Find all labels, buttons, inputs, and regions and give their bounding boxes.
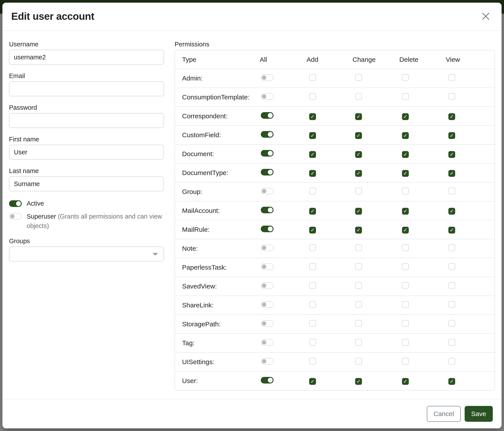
permission-add-checkbox[interactable] [309,188,316,194]
permission-add-checkbox[interactable] [309,320,316,327]
permission-change-checkbox[interactable] [355,151,362,158]
permission-all-toggle[interactable] [261,169,274,175]
permission-all-toggle[interactable] [261,207,274,213]
permission-add-checkbox[interactable] [309,74,316,81]
permission-delete-checkbox[interactable] [402,151,409,158]
permission-add-checkbox[interactable] [309,170,316,177]
permission-delete-checkbox[interactable] [402,113,409,120]
permission-change-checkbox[interactable] [355,170,362,177]
permission-delete-checkbox[interactable] [402,339,409,346]
permission-delete-checkbox[interactable] [402,301,409,308]
save-button[interactable]: Save [465,406,493,422]
permission-change-checkbox[interactable] [355,188,362,194]
permission-all-toggle[interactable] [261,93,274,100]
close-button[interactable] [480,10,492,22]
permission-add-checkbox[interactable] [309,208,316,215]
permission-change-checkbox[interactable] [355,358,362,365]
permission-delete-checkbox[interactable] [402,170,409,177]
permission-all-toggle[interactable] [261,150,274,157]
permission-view-checkbox[interactable] [448,74,455,81]
cancel-button[interactable]: Cancel [427,406,460,422]
permission-all-toggle[interactable] [261,377,274,384]
permission-delete-checkbox[interactable] [402,93,409,100]
permission-view-checkbox[interactable] [448,339,455,346]
permission-view-checkbox[interactable] [448,320,455,327]
permission-delete-checkbox[interactable] [402,378,409,385]
permission-all-toggle[interactable] [261,320,274,327]
email-field[interactable] [9,81,164,96]
permission-view-checkbox[interactable] [448,113,455,120]
permission-all-toggle[interactable] [261,263,274,270]
permission-all-toggle[interactable] [261,339,274,346]
permission-change-checkbox[interactable] [355,339,362,346]
password-field[interactable] [9,113,164,128]
permission-add-checkbox[interactable] [309,358,316,365]
email-group: Email [9,72,164,96]
permission-view-checkbox[interactable] [448,151,455,158]
permission-all-toggle[interactable] [261,131,274,138]
permission-view-checkbox[interactable] [448,170,455,177]
permission-all-toggle[interactable] [261,112,274,119]
first-name-field[interactable] [9,145,164,160]
username-input[interactable] [9,50,164,65]
permission-add-checkbox[interactable] [309,301,316,308]
permission-delete-checkbox[interactable] [402,132,409,139]
permission-type-label: User: [182,377,260,385]
permission-change-checkbox[interactable] [355,113,362,120]
permission-delete-checkbox[interactable] [402,244,409,251]
permission-view-checkbox[interactable] [448,93,455,100]
permission-delete-checkbox[interactable] [402,74,409,81]
permission-view-checkbox[interactable] [448,132,455,139]
superuser-row: Superuser (Grants all permissions and ca… [9,212,164,231]
permission-view-checkbox[interactable] [448,378,455,385]
permission-view-checkbox[interactable] [448,301,455,308]
permission-add-checkbox[interactable] [309,151,316,158]
permission-change-checkbox[interactable] [355,244,362,251]
permission-delete-checkbox[interactable] [402,188,409,194]
permission-add-checkbox[interactable] [309,227,316,233]
permission-type-label: SavedView: [182,283,260,290]
permission-add-checkbox[interactable] [309,93,316,100]
permission-change-checkbox[interactable] [355,93,362,100]
permission-add-checkbox[interactable] [309,339,316,346]
permission-change-checkbox[interactable] [355,132,362,139]
permission-add-checkbox[interactable] [309,378,316,385]
permission-change-checkbox[interactable] [355,227,362,233]
permission-change-checkbox[interactable] [355,263,362,270]
permission-view-checkbox[interactable] [448,244,455,251]
permission-add-checkbox[interactable] [309,113,316,120]
groups-select[interactable] [9,246,164,261]
permission-change-checkbox[interactable] [355,301,362,308]
superuser-toggle[interactable] [9,213,22,220]
permission-change-checkbox[interactable] [355,282,362,289]
permission-add-checkbox[interactable] [309,282,316,289]
permission-all-toggle[interactable] [261,282,274,289]
permission-change-checkbox[interactable] [355,320,362,327]
permission-delete-checkbox[interactable] [402,227,409,233]
permission-all-toggle[interactable] [261,74,274,81]
permission-delete-checkbox[interactable] [402,282,409,289]
permission-add-checkbox[interactable] [309,244,316,251]
permission-view-checkbox[interactable] [448,188,455,194]
permission-view-checkbox[interactable] [448,282,455,289]
permission-all-toggle[interactable] [261,226,274,232]
last-name-field[interactable] [9,176,164,191]
permission-view-checkbox[interactable] [448,358,455,365]
permission-delete-checkbox[interactable] [402,320,409,327]
permission-all-toggle[interactable] [261,358,274,365]
active-toggle[interactable] [9,200,22,207]
permission-delete-checkbox[interactable] [402,263,409,270]
permission-view-checkbox[interactable] [448,227,455,233]
permission-delete-checkbox[interactable] [402,358,409,365]
permission-change-checkbox[interactable] [355,208,362,215]
permission-change-checkbox[interactable] [355,378,362,385]
permission-all-toggle[interactable] [261,244,274,251]
permission-change-checkbox[interactable] [355,74,362,81]
permission-view-checkbox[interactable] [448,263,455,270]
permission-all-toggle[interactable] [261,188,274,194]
permission-view-checkbox[interactable] [448,208,455,215]
permission-add-checkbox[interactable] [309,263,316,270]
permission-all-toggle[interactable] [261,301,274,308]
permission-add-checkbox[interactable] [309,132,316,139]
permission-delete-checkbox[interactable] [402,208,409,215]
